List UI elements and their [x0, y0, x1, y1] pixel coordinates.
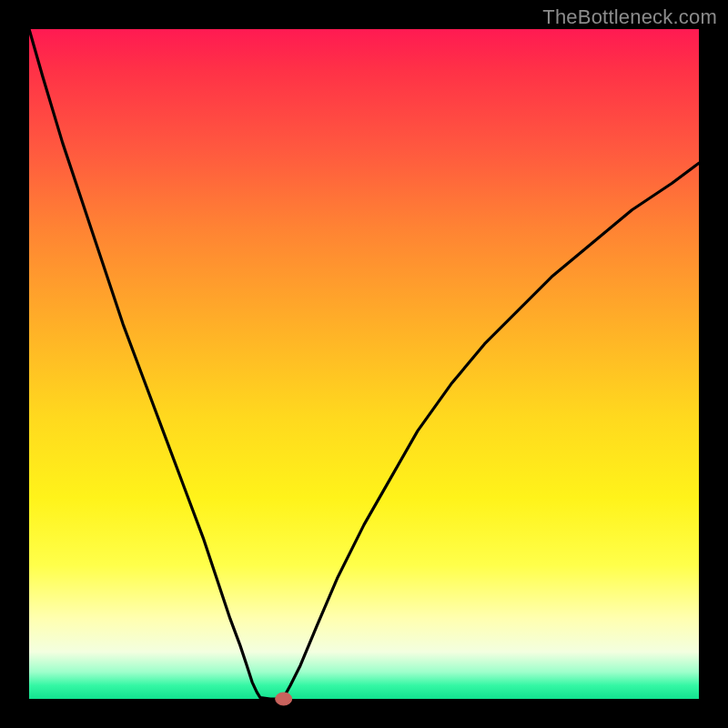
attribution-text: TheBottleneck.com — [542, 5, 717, 29]
optimum-marker — [276, 693, 292, 705]
chart-frame: TheBottleneck.com — [0, 0, 728, 728]
plot-area — [29, 29, 699, 699]
chart-svg — [29, 29, 699, 699]
bottleneck-curve — [29, 29, 699, 699]
